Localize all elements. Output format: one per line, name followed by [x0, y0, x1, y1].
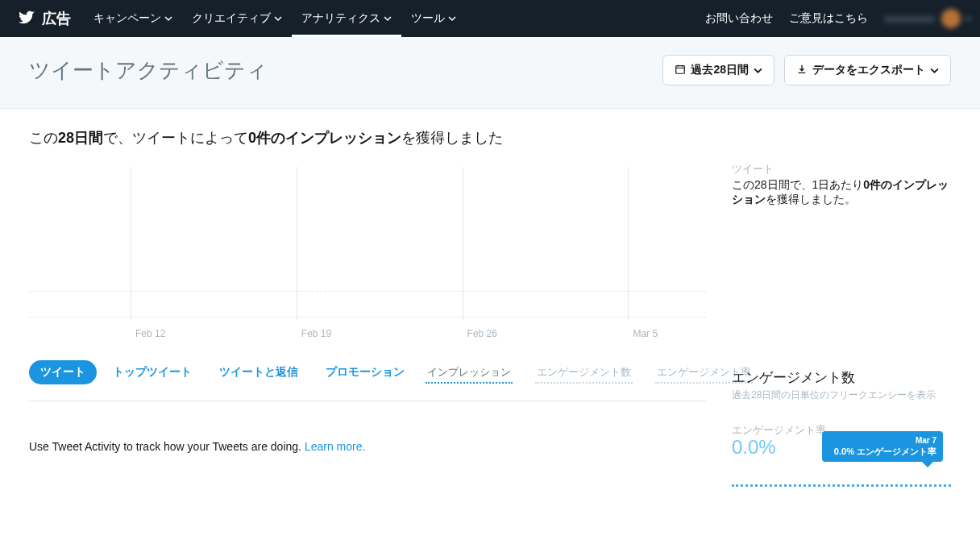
content-area: この28日間で、ツイートによって0件のインプレッションを獲得しました Feb 1… [0, 109, 980, 509]
tab-promoted[interactable]: プロモーション [314, 360, 416, 384]
subheader: ツイートアクティビティ 過去28日間 データをエクスポート [0, 37, 980, 109]
user-name: xxxxxxxxx [884, 12, 935, 25]
chart-x-label: Feb 12 [135, 328, 165, 339]
tooltip-value: 0.0% エンゲージメント率 [828, 446, 936, 457]
nav-item-analytics[interactable]: アナリティクス [292, 0, 401, 37]
side-engagement-block: エンゲージメント数 過去28日間の日単位のフリークエンシーを表示 エンゲージメン… [732, 368, 951, 489]
chevron-down-icon [964, 15, 972, 23]
nav-link-feedback[interactable]: ご意見はこちら [781, 11, 876, 26]
footer-text: Use Tweet Activity to track how your Twe… [29, 440, 305, 453]
nav-item-label: ツール [411, 11, 445, 26]
learn-more-link[interactable]: Learn more. [305, 440, 365, 453]
export-data-button[interactable]: データをエクスポート [784, 55, 951, 85]
chevron-down-icon [754, 66, 762, 75]
engagement-sparkline [732, 484, 951, 489]
twitter-bird-icon [18, 9, 35, 29]
metric-tab-engagements[interactable]: エンゲージメント数 [535, 362, 633, 384]
user-menu[interactable]: xxxxxxxxx [884, 9, 972, 28]
nav-right: お問い合わせ ご意見はこちら xxxxxxxxx [697, 9, 972, 28]
nav-item-label: クリエイティブ [192, 11, 271, 26]
nav-item-label: キャンペーン [93, 11, 161, 26]
date-range-label: 過去28日間 [691, 63, 749, 77]
date-range-button[interactable]: 過去28日間 [662, 55, 774, 85]
avatar [941, 9, 961, 28]
nav-menu: キャンペーン クリエイティブ アナリティクス ツール [84, 0, 466, 37]
nav-item-tools[interactable]: ツール [401, 0, 466, 37]
divider [29, 401, 706, 401]
tabs-row: ツイート トップツイート ツイートと返信 プロモーション インプレッション エン… [29, 352, 706, 389]
chevron-down-icon [448, 15, 456, 23]
svg-rect-0 [676, 65, 685, 73]
metric-tab-impressions[interactable]: インプレッション [426, 362, 513, 384]
export-label: データをエクスポート [812, 63, 925, 77]
chart-tooltip: Mar 7 0.0% エンゲージメント率 [822, 431, 943, 462]
side-tweet-label: ツイート [732, 162, 951, 176]
impressions-headline: この28日間で、ツイートによって0件のインプレッションを獲得しました [29, 128, 951, 147]
nav-item-label: アナリティクス [301, 11, 380, 26]
chart-x-label: Mar 5 [633, 328, 658, 339]
nav-item-creatives[interactable]: クリエイティブ [182, 0, 292, 37]
side-tweet-block: ツイート この28日間で、1日あたり0件のインプレッションを獲得しました。 [732, 162, 951, 207]
nav-link-contact[interactable]: お問い合わせ [697, 11, 781, 26]
engagement-title: エンゲージメント数 [732, 368, 951, 387]
tab-top-tweets[interactable]: トップツイート [102, 360, 203, 384]
engagement-subtitle: 過去28日間の日単位のフリークエンシーを表示 [732, 388, 951, 402]
top-nav: 広告 キャンペーン クリエイティブ アナリティクス ツール お問い合わせ ご意見… [0, 0, 980, 37]
calendar-icon [675, 64, 686, 77]
footer-note: Use Tweet Activity to track how your Twe… [29, 440, 706, 453]
brand-label: 広告 [42, 9, 71, 28]
chevron-down-icon [164, 15, 172, 23]
chart-x-label: Feb 26 [467, 328, 497, 339]
chevron-down-icon [930, 66, 939, 75]
chevron-down-icon [384, 15, 392, 23]
download-icon [796, 64, 808, 77]
tab-tweets-replies[interactable]: ツイートと返信 [208, 360, 309, 384]
tab-tweets[interactable]: ツイート [29, 360, 97, 384]
tooltip-date: Mar 7 [828, 435, 936, 446]
nav-item-campaigns[interactable]: キャンペーン [84, 0, 182, 37]
side-tweet-text: この28日間で、1日あたり0件のインプレッションを獲得しました。 [732, 178, 951, 207]
chart-x-label: Feb 19 [301, 328, 331, 339]
page-title: ツイートアクティビティ [29, 56, 268, 85]
impressions-chart: Feb 12Feb 19Feb 26Mar 5 [29, 167, 706, 344]
chevron-down-icon [274, 15, 282, 23]
